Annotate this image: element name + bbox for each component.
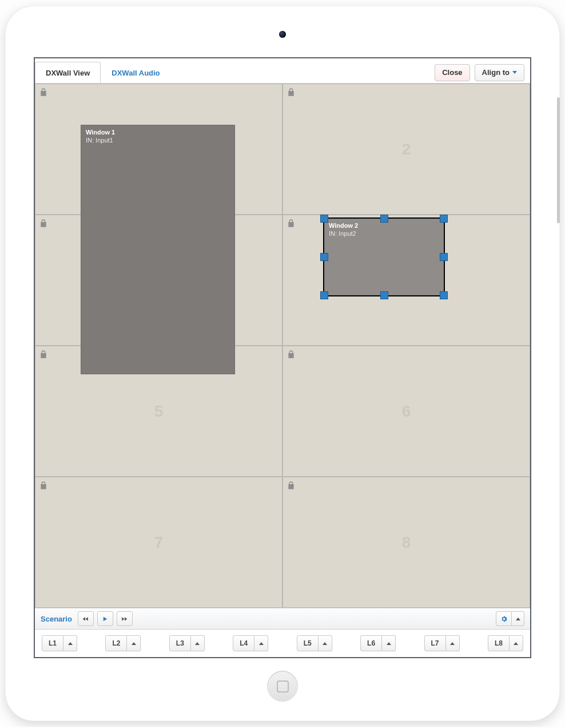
tab-strip: DXWall View DXWall Audio xyxy=(35,62,171,83)
triangle-up-icon xyxy=(387,642,391,645)
tab-dxwall-audio[interactable]: DXWall Audio xyxy=(101,62,170,83)
resize-handle-se[interactable] xyxy=(440,291,448,299)
lock-icon xyxy=(39,219,48,228)
grid-cell[interactable]: 7 xyxy=(35,477,282,608)
triangle-up-icon xyxy=(195,642,200,645)
triangle-up-icon xyxy=(68,642,73,645)
window-2[interactable]: Window 2 IN: Input2 xyxy=(323,217,445,296)
fast-forward-icon xyxy=(121,615,128,623)
layer-button-l5[interactable]: L5 xyxy=(297,635,332,651)
layer-button-l8[interactable]: L8 xyxy=(488,635,523,651)
play-icon xyxy=(101,615,109,623)
layer-dropdown[interactable] xyxy=(63,635,77,651)
window-1[interactable]: Window 1 IN: Input1 xyxy=(81,125,235,374)
grid-cell[interactable]: 6 xyxy=(282,346,530,477)
layer-label[interactable]: L2 xyxy=(105,635,127,651)
lock-icon xyxy=(287,481,296,490)
layer-dropdown[interactable] xyxy=(127,635,141,651)
triangle-up-icon xyxy=(259,642,264,645)
settings-button[interactable] xyxy=(496,611,512,626)
lock-icon xyxy=(39,350,48,359)
cell-number: 5 xyxy=(154,402,164,421)
window-title: Window 1 xyxy=(81,125,234,136)
layers-toolbar: L1 L2 L3 L4 L5 L6 xyxy=(35,630,530,657)
lock-icon xyxy=(39,481,48,490)
cell-number: 6 xyxy=(402,402,411,421)
tablet-camera-icon xyxy=(279,31,286,38)
layer-dropdown[interactable] xyxy=(510,635,523,651)
close-button[interactable]: Close xyxy=(435,64,469,81)
lock-icon xyxy=(287,219,296,228)
tab-dxwall-view[interactable]: DXWall View xyxy=(35,62,101,83)
layer-dropdown[interactable] xyxy=(191,635,205,651)
resize-handle-ne[interactable] xyxy=(440,215,448,223)
triangle-up-icon xyxy=(514,642,518,645)
tablet-frame: DXWall View DXWall Audio Close Align to … xyxy=(5,6,560,721)
layer-label[interactable]: L3 xyxy=(169,635,191,651)
lock-icon xyxy=(287,88,296,97)
layer-label[interactable]: L6 xyxy=(360,635,382,651)
layer-dropdown[interactable] xyxy=(254,635,268,651)
layer-dropdown[interactable] xyxy=(319,635,332,651)
scenario-rewind-button[interactable] xyxy=(78,611,94,626)
align-to-dropdown[interactable]: Align to xyxy=(475,64,524,81)
layer-dropdown[interactable] xyxy=(382,635,396,651)
layer-button-l3[interactable]: L3 xyxy=(169,635,205,651)
layer-dropdown[interactable] xyxy=(446,635,460,651)
rewind-icon xyxy=(82,615,89,623)
triangle-up-icon xyxy=(323,642,327,645)
gear-icon xyxy=(500,615,508,623)
scrollbar-indicator[interactable] xyxy=(557,97,560,223)
tablet-home-button[interactable] xyxy=(267,671,298,702)
cell-number: 2 xyxy=(402,140,411,159)
scenario-forward-button[interactable] xyxy=(117,611,133,626)
resize-handle-nw[interactable] xyxy=(320,215,328,223)
layer-label[interactable]: L8 xyxy=(488,635,510,651)
cell-number: 7 xyxy=(154,533,164,552)
window-input-label: IN: Input1 xyxy=(81,136,234,145)
resize-handle-e[interactable] xyxy=(440,253,448,261)
canvas-area[interactable]: 1 2 3 4 5 xyxy=(35,84,530,608)
layer-label[interactable]: L4 xyxy=(233,635,254,651)
scenario-label: Scenario xyxy=(41,615,72,623)
layer-button-l6[interactable]: L6 xyxy=(360,635,396,651)
scenario-play-button[interactable] xyxy=(97,611,113,626)
layer-button-l2[interactable]: L2 xyxy=(105,635,141,651)
grid-cell[interactable]: 2 xyxy=(282,84,530,215)
grid-cell[interactable]: 8 xyxy=(282,477,530,608)
layer-label[interactable]: L5 xyxy=(297,635,319,651)
lock-icon xyxy=(287,350,296,359)
layer-button-l7[interactable]: L7 xyxy=(424,635,460,651)
settings-dropdown-button[interactable] xyxy=(512,611,524,626)
resize-handle-n[interactable] xyxy=(380,215,388,223)
cell-number: 8 xyxy=(402,533,411,552)
triangle-up-icon xyxy=(132,642,136,645)
triangle-up-icon xyxy=(450,642,455,645)
resize-handle-w[interactable] xyxy=(320,253,328,261)
window-input-label: IN: Input2 xyxy=(324,229,444,238)
layer-label[interactable]: L7 xyxy=(424,635,446,651)
lock-icon xyxy=(39,88,48,97)
scenario-toolbar: Scenario xyxy=(35,608,530,630)
triangle-up-icon xyxy=(516,618,520,620)
align-to-label: Align to xyxy=(482,68,510,77)
layer-button-l1[interactable]: L1 xyxy=(42,635,77,651)
top-toolbar: DXWall View DXWall Audio Close Align to xyxy=(35,58,530,84)
layer-button-l4[interactable]: L4 xyxy=(233,635,268,651)
resize-handle-s[interactable] xyxy=(380,291,388,299)
layer-label[interactable]: L1 xyxy=(42,635,63,651)
caret-down-icon xyxy=(512,71,517,74)
app-screen: DXWall View DXWall Audio Close Align to … xyxy=(34,57,531,658)
resize-handle-sw[interactable] xyxy=(320,291,328,299)
